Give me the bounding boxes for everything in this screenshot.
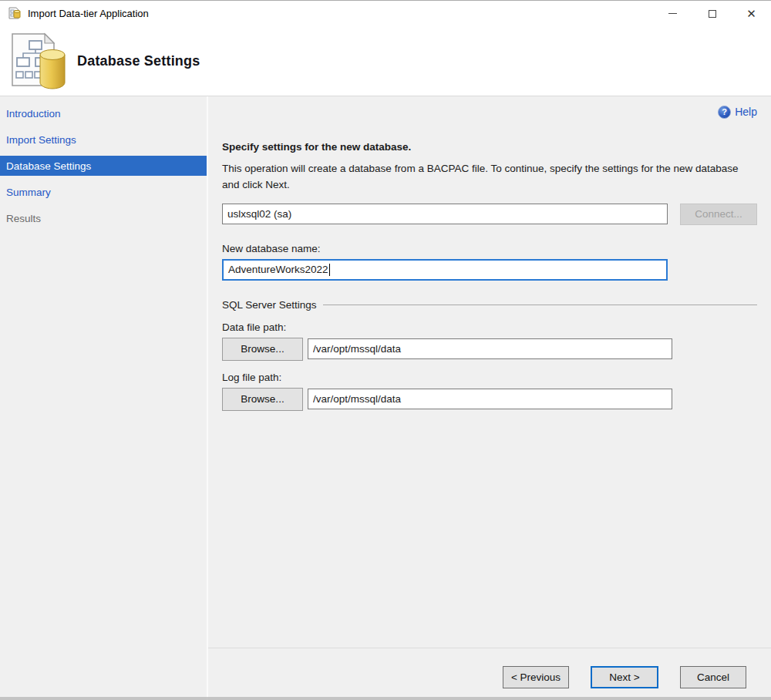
sidebar-item-import-settings[interactable]: Import Settings (0, 126, 207, 153)
titlebar: Import Data-tier Application ✕ (0, 1, 771, 26)
group-divider (323, 305, 757, 305)
maximize-icon (709, 10, 716, 18)
content-pane: ? Help Specify settings for the new data… (208, 96, 771, 700)
close-icon: ✕ (746, 8, 756, 19)
close-button[interactable]: ✕ (732, 1, 771, 26)
maximize-button[interactable] (692, 1, 732, 26)
cancel-button[interactable]: Cancel (680, 666, 746, 688)
group-label: SQL Server Settings (222, 299, 317, 311)
minimize-icon (668, 13, 677, 15)
wizard-header: Database Settings (0, 26, 771, 96)
window-title: Import Data-tier Application (28, 8, 149, 19)
data-file-browse-button[interactable]: Browse... (222, 338, 303, 361)
window: Import Data-tier Application ✕ (0, 0, 771, 700)
sidebar-item-results: Results (0, 205, 207, 231)
log-file-path-input[interactable] (308, 389, 672, 409)
sql-server-settings-group: SQL Server Settings (222, 299, 757, 311)
connect-button[interactable]: Connect... (680, 204, 757, 225)
next-button[interactable]: Next > (591, 666, 658, 688)
sidebar-item-label: Summary (6, 187, 51, 198)
server-field: uslxsql02 (sa) (222, 204, 668, 224)
sidebar-item-label: Database Settings (6, 160, 91, 172)
content-spacer (208, 411, 771, 648)
bottom-edge (0, 697, 771, 700)
sidebar-item-database-settings[interactable]: Database Settings (0, 156, 207, 176)
database-name-input[interactable]: AdventureWorks2022 (222, 259, 668, 281)
window-controls: ✕ (653, 1, 771, 26)
sidebar-item-label: Results (6, 213, 41, 224)
text-caret (329, 264, 330, 276)
footer: < Previous Next > Cancel (208, 648, 771, 700)
wizard-icon (6, 32, 68, 90)
database-name-label: New database name: (222, 243, 757, 254)
sidebar-item-label: Introduction (6, 108, 61, 119)
help-label: Help (735, 106, 757, 118)
minimize-button[interactable] (653, 1, 692, 26)
sidebar-item-introduction[interactable]: Introduction (0, 100, 207, 126)
log-file-browse-button[interactable]: Browse... (222, 388, 303, 411)
help-icon: ? (718, 106, 731, 119)
previous-button[interactable]: < Previous (503, 666, 569, 688)
help-link[interactable]: ? Help (718, 106, 757, 119)
data-file-path-input[interactable] (308, 338, 672, 359)
wizard-body: Introduction Import Settings Database Se… (0, 96, 771, 700)
sidebar: Introduction Import Settings Database Se… (0, 96, 208, 700)
sidebar-item-label: Import Settings (6, 134, 76, 146)
content-description: This operation will create a database fr… (222, 161, 740, 194)
sidebar-item-summary[interactable]: Summary (0, 179, 207, 205)
content-heading: Specify settings for the new database. (222, 141, 757, 153)
page-title: Database Settings (77, 53, 200, 69)
database-name-value: AdventureWorks2022 (228, 264, 328, 275)
svg-text:?: ? (722, 107, 727, 116)
app-icon (8, 7, 22, 20)
data-file-label: Data file path: (222, 321, 757, 333)
log-file-label: Log file path: (222, 372, 757, 383)
